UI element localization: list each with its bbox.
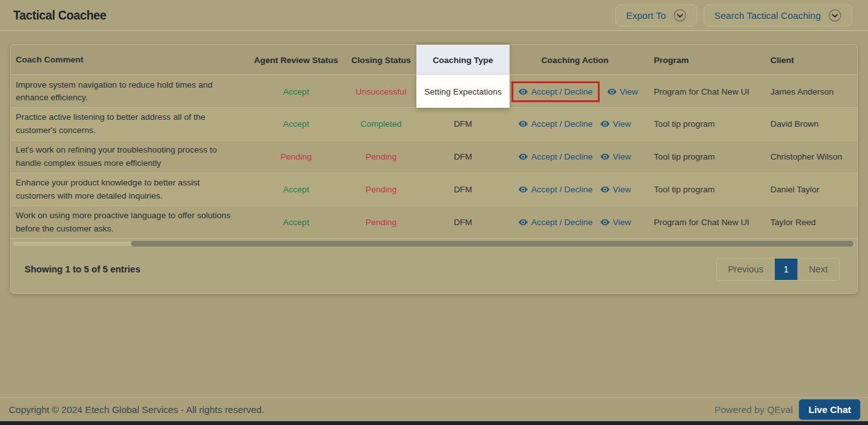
table-header-row: Coach Comment Agent Review Status Closin… (11, 45, 857, 75)
closing-status: Completed (346, 119, 416, 129)
accept-decline-link[interactable]: Accept / Decline (518, 87, 593, 96)
export-to-button[interactable]: Export To (615, 4, 697, 26)
footer-right: Powered by QEval Live Chat (714, 399, 860, 420)
next-page-button[interactable]: Next (797, 259, 839, 280)
eye-icon (518, 87, 528, 96)
eye-icon (518, 185, 528, 194)
closing-status: Unsuccessful (346, 87, 416, 96)
page-title: Tactical Coachee (13, 8, 106, 23)
eye-icon (518, 152, 528, 161)
accept-decline-link[interactable]: Accept / Decline (518, 218, 593, 227)
view-link[interactable]: View (607, 87, 638, 96)
top-bar: Tactical Coachee Export To Search Tactic… (0, 0, 868, 31)
bottom-strip (0, 421, 868, 425)
export-to-label: Export To (626, 10, 666, 21)
eye-icon (600, 119, 610, 129)
coaching-action-cell: Accept / Decline View (510, 81, 640, 102)
agent-review-status: Accept (246, 119, 346, 129)
page-footer: Copyright © 2024 Etech Global Services -… (0, 397, 868, 421)
coaching-type-cell: DFM (416, 152, 510, 161)
view-label: View (620, 87, 638, 96)
horizontal-scrollbar[interactable] (13, 241, 855, 247)
eye-icon (607, 87, 617, 96)
coach-comment-text: Let's work on refining your troubleshoot… (11, 144, 246, 170)
client-text: James Anderson (763, 87, 857, 96)
program-text: Tool tip program (640, 119, 763, 129)
coaching-type-cell: DFM (416, 119, 510, 129)
client-text: Taylor Reed (763, 218, 857, 227)
chevron-down-circle-icon (828, 9, 842, 22)
closing-status: Pending (346, 185, 416, 194)
page-1-button[interactable]: 1 (775, 259, 797, 280)
coaching-action-cell: Accept / Decline View (510, 218, 640, 227)
program-text: Tool tip program (640, 152, 763, 161)
coach-comment-text: Improve system navigation to reduce hold… (11, 79, 246, 105)
view-label: View (613, 185, 631, 194)
accept-decline-label: Accept / Decline (531, 152, 593, 161)
table-row: Let's work on refining your troubleshoot… (11, 141, 857, 173)
coaching-action-cell: Accept / Decline View (510, 119, 640, 129)
view-link[interactable]: View (600, 119, 631, 129)
agent-review-status: Pending (246, 152, 346, 161)
eye-icon (518, 218, 528, 227)
program-text: Tool tip program (640, 185, 763, 194)
entries-summary: Showing 1 to 5 of 5 entries (25, 264, 140, 274)
red-highlight-box: Accept / Decline (511, 81, 600, 102)
copyright-text: Copyright © 2024 Etech Global Services -… (9, 404, 264, 415)
coaching-type-cell: DFM (416, 218, 510, 227)
closing-status: Pending (346, 218, 416, 227)
column-header-coach-comment[interactable]: Coach Comment (11, 54, 246, 66)
agent-review-status: Accept (246, 185, 346, 194)
accept-decline-label: Accept / Decline (531, 185, 593, 194)
view-link[interactable]: View (600, 185, 631, 194)
accept-decline-label: Accept / Decline (531, 87, 593, 96)
coach-comment-text: Practice active listening to better addr… (11, 111, 246, 137)
view-link[interactable]: View (600, 152, 631, 161)
chevron-down-circle-icon (673, 9, 687, 22)
search-tactical-coaching-button[interactable]: Search Tactical Coaching (704, 4, 852, 26)
view-label: View (613, 119, 631, 129)
accept-decline-label: Accept / Decline (531, 119, 593, 129)
scrollbar-thumb[interactable] (131, 241, 854, 247)
table-row: Practice active listening to better addr… (11, 108, 857, 141)
eye-icon (600, 185, 610, 194)
client-text: Christopher Wilson (763, 152, 857, 161)
client-text: Daniel Taylor (763, 185, 857, 194)
eye-icon (518, 119, 528, 129)
view-label: View (613, 152, 631, 161)
program-text: Program for Chat New UI (640, 87, 763, 96)
coaching-type-cell: DFM (416, 185, 510, 194)
accept-decline-link[interactable]: Accept / Decline (518, 119, 593, 129)
closing-status: Pending (346, 152, 416, 161)
pagination: Previous 1 Next (716, 258, 840, 281)
agent-review-status: Accept (246, 218, 346, 227)
program-text: Program for Chat New UI (640, 218, 763, 227)
powered-by-text: Powered by QEval (714, 404, 792, 415)
search-tactical-coaching-label: Search Tactical Coaching (714, 10, 821, 21)
column-header-coaching-type[interactable]: Coaching Type (416, 45, 510, 75)
live-chat-button[interactable]: Live Chat (799, 399, 860, 420)
coaching-type-highlighted-cell: Setting Expectations (416, 75, 510, 108)
column-header-agent-review-status[interactable]: Agent Review Status (246, 55, 346, 65)
column-header-closing-status[interactable]: Closing Status (346, 55, 416, 65)
accept-decline-link[interactable]: Accept / Decline (518, 185, 593, 194)
topbar-actions: Export To Search Tactical Coaching (615, 4, 852, 26)
column-header-client[interactable]: Client (763, 55, 857, 65)
accept-decline-label: Accept / Decline (531, 218, 593, 227)
table-footer: Showing 1 to 5 of 5 entries Previous 1 N… (11, 247, 857, 281)
view-link[interactable]: View (600, 218, 631, 227)
eye-icon (600, 218, 610, 227)
coaching-action-cell: Accept / Decline View (510, 185, 640, 194)
agent-review-status: Accept (246, 87, 346, 96)
table-row: Work on using more proactive language to… (11, 206, 857, 239)
table-row: Improve system navigation to reduce hold… (11, 75, 857, 108)
coach-comment-text: Enhance your product knowledge to better… (11, 177, 246, 202)
coaching-action-cell: Accept / Decline View (510, 152, 640, 161)
accept-decline-link[interactable]: Accept / Decline (518, 152, 593, 161)
previous-page-button[interactable]: Previous (717, 259, 775, 280)
coaching-table-card: Coach Comment Agent Review Status Closin… (10, 44, 858, 294)
client-text: David Brown (763, 119, 857, 129)
view-label: View (613, 218, 631, 227)
column-header-coaching-action[interactable]: Coaching Action (510, 55, 640, 65)
column-header-program[interactable]: Program (640, 55, 763, 65)
